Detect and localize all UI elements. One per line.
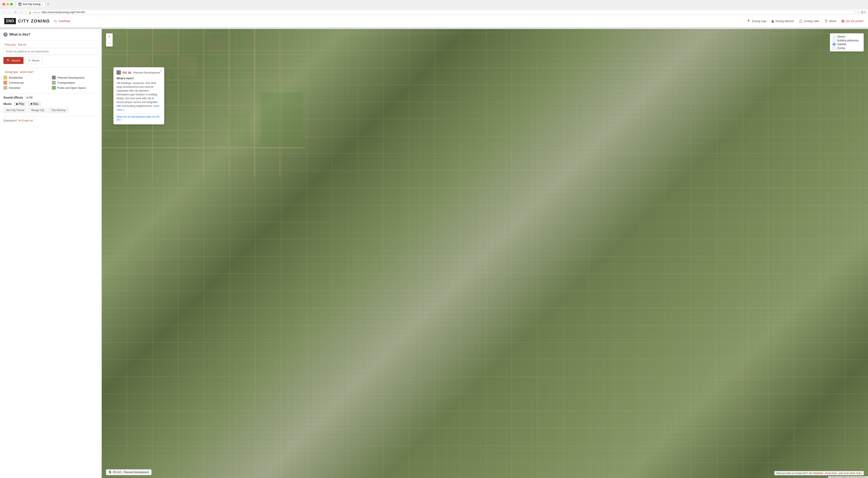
map-detail-svg (102, 29, 868, 478)
minimize-window-button[interactable] (6, 3, 9, 5)
svg-rect-21 (117, 72, 120, 73)
question-icon: ? (3, 32, 8, 37)
secure-icon: 🔒 (29, 11, 32, 14)
zoning-commercial[interactable]: Commercial (3, 81, 50, 85)
about-icon: ❓ (824, 20, 828, 23)
divider-2 (3, 67, 98, 68)
layer-building-addresses[interactable]: Building addresses (833, 39, 861, 42)
theme-simcity-button[interactable]: Sim City Theme (3, 108, 27, 113)
find-me-link[interactable]: find me (18, 43, 26, 46)
map-popup: × PD 30 Planned Development What's here?… (113, 67, 164, 124)
search-icon: 🔍 (7, 59, 10, 62)
streets-label: Streets (837, 35, 845, 38)
zoom-in-button[interactable]: + (106, 33, 113, 40)
what-is-this-heading: ? What is this? (3, 32, 98, 37)
zoning-label: Zoning (837, 47, 845, 50)
app-header: 2ND CITY ZONING By DataMade 📍 Zoning map… (0, 15, 868, 28)
datamade-link[interactable]: DataMade (59, 20, 70, 23)
map-area[interactable]: + − Streets Building addresses Satellite… (102, 29, 868, 478)
poster-icon: 🖼 (841, 20, 844, 23)
theme-shimmy-button[interactable]: City Shimmy (49, 108, 68, 113)
nav-about-label: About (829, 20, 836, 23)
zoom-out-button[interactable]: − (106, 40, 113, 47)
popup-title: PD 30 Planned Development (117, 70, 161, 74)
satellite-tiles (102, 29, 868, 478)
residential-color-swatch (3, 76, 7, 80)
back-button[interactable]: ‹ (3, 10, 6, 14)
search-button[interactable]: 🔍 Search (3, 57, 24, 64)
zoning-parks[interactable]: Parks and Open Space (52, 86, 98, 90)
music-header: Music ▶ Play ■ Stop (3, 102, 98, 106)
play-button[interactable]: ▶ Play (14, 102, 26, 106)
data-note-jpablo-link[interactable]: Juan-Pablo Velez (843, 472, 862, 474)
nav-poster[interactable]: 🖼 Get the poster! (841, 20, 864, 23)
nav-zoning-map-label: Zoning map (752, 20, 766, 23)
secure-label: Secure (33, 11, 40, 13)
address-input[interactable] (3, 48, 98, 55)
planned-color-swatch (52, 76, 56, 80)
forward-button[interactable]: › (8, 10, 11, 14)
layer-zoning[interactable]: Zoning (833, 47, 861, 50)
layer-satellite[interactable]: Satellite (833, 43, 861, 46)
find-zone-label: Find zone find me (3, 43, 98, 46)
nav-poster-label: Get the poster! (845, 20, 864, 23)
zoning-planned-development[interactable]: Planned Development (52, 76, 98, 80)
zoning-districts-icon: ▦ (771, 20, 774, 23)
popup-close-button[interactable]: × (160, 69, 162, 72)
maximize-window-button[interactable] (10, 3, 13, 5)
home-button[interactable]: ⌂ (20, 10, 24, 14)
data-note-derek-link[interactable]: Derek Eder (825, 472, 837, 474)
map-layer-controls: Streets Building addresses Satellite Zon… (830, 33, 864, 52)
building-addresses-radio[interactable] (833, 39, 836, 42)
tab-close-button[interactable]: × (42, 3, 43, 5)
logo-box-text: 2ND (4, 18, 16, 24)
popup-zone-icon (117, 70, 121, 74)
popup-full-plan-link[interactable]: Read the full development plan for PD 30… (117, 115, 160, 121)
what-is-this-label: What is this? (9, 33, 31, 36)
tab-favicon: 🏙 (19, 3, 22, 6)
email-link[interactable]: ✉ Email us! (19, 119, 33, 122)
transportation-color-swatch (52, 81, 56, 85)
reset-icon: ↻ (28, 59, 31, 62)
theme-moogy-button[interactable]: Moogy City (29, 108, 47, 113)
zoning-grid: Residential Planned Development Commerci… (3, 76, 98, 90)
nav-zoning-rules[interactable]: 📋 Zoning rules (799, 20, 819, 23)
svg-rect-20 (229, 114, 250, 146)
music-themes: Sim City Theme Moogy City City Shimmy (3, 108, 98, 113)
zoning-checkbox[interactable] (833, 47, 836, 50)
zoning-industrial[interactable]: Industrial (3, 86, 50, 90)
nav-about[interactable]: ❓ About (824, 20, 836, 23)
browser-extensions: ⊞ ≡ (861, 11, 865, 14)
zoning-type-header: Zoning type what's that? (3, 70, 98, 73)
nav-zoning-districts[interactable]: ▦ Zoning districts (771, 20, 794, 23)
data-note-datamade-link[interactable]: DataMade (812, 472, 823, 474)
tab-title: 2nd City Zoning (23, 3, 40, 6)
sound-off-badge[interactable]: ◄ Off (25, 96, 34, 99)
whats-that-link[interactable]: what's that? (20, 70, 34, 73)
zoning-type-section: Zoning type what's that? Residential Pla… (3, 70, 98, 90)
layer-streets[interactable]: Streets (833, 35, 861, 38)
music-section: Music ▶ Play ■ Stop Sim City Theme Moogy… (3, 102, 98, 113)
zoning-transportation[interactable]: Transportation (52, 81, 98, 85)
reload-button[interactable]: ↻ (13, 10, 18, 14)
url-bar[interactable]: 🔒 Secure https://secondcityzoning.org/#/… (26, 10, 855, 15)
email-icon: ✉ (19, 119, 21, 122)
building-addresses-label: Building addresses (837, 39, 859, 42)
svg-rect-16 (208, 40, 225, 52)
nav-zoning-map[interactable]: 📍 Zoning map (747, 20, 766, 23)
new-tab-button[interactable]: + (47, 2, 49, 6)
map-attribution: Leaflet | © CARTO, Terms & Feedback (828, 476, 868, 478)
stop-button[interactable]: ■ Stop (28, 102, 40, 106)
streets-radio[interactable] (833, 35, 836, 38)
app-logo: 2ND CITY ZONING By DataMade (4, 18, 70, 24)
satellite-radio[interactable] (833, 43, 836, 46)
zoning-residential[interactable]: Residential (3, 76, 50, 80)
zoning-rules-icon: 📋 (799, 20, 803, 23)
reset-button[interactable]: ↻ Reset (25, 57, 42, 64)
browser-dots (3, 3, 13, 5)
map-bottom-popup[interactable]: 🏗 PD 412 - Planned Development (106, 469, 152, 475)
close-window-button[interactable] (3, 3, 5, 5)
bookmark-icon[interactable]: ☆ (857, 10, 860, 14)
browser-tab[interactable]: 🏙 2nd City Zoning × (16, 2, 45, 6)
bottom-popup-label: PD 412 - Planned Development (113, 471, 149, 474)
